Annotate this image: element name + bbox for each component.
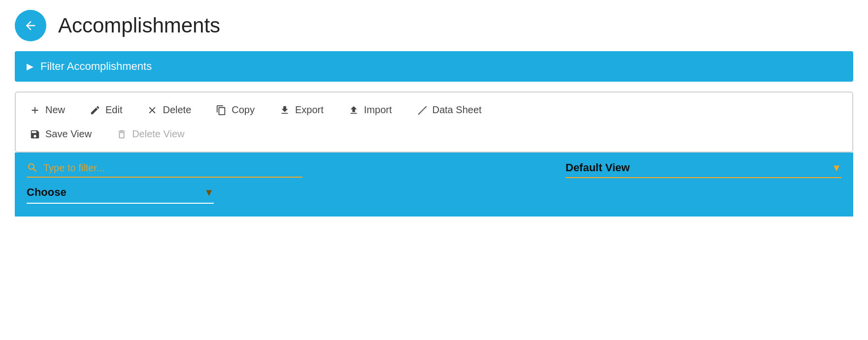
delete-view-button[interactable]: Delete View: [116, 126, 189, 142]
page-header: Accomplishments: [0, 0, 868, 51]
choose-label: Choose: [27, 186, 67, 199]
view-select-arrow-icon: ▼: [832, 162, 841, 174]
new-button-label: New: [45, 104, 65, 116]
back-arrow-icon: [24, 19, 37, 32]
delete-button-label: Delete: [163, 104, 191, 116]
download-icon: [279, 105, 290, 116]
upload-icon: [348, 105, 359, 116]
edit-button[interactable]: Edit: [90, 102, 127, 118]
bottom-bar: Default View ▼ Choose ▼: [15, 153, 853, 216]
save-view-button-label: Save View: [45, 128, 92, 140]
toolbar-row-1: New Edit Delete Copy Export: [30, 102, 838, 118]
times-icon: [147, 105, 158, 116]
bottom-bar-row2: Choose ▼: [27, 186, 841, 204]
filter-expand-icon: ▶: [27, 61, 33, 72]
delete-view-button-label: Delete View: [132, 128, 184, 140]
view-select[interactable]: Default View ▼: [566, 161, 841, 178]
datasheet-button[interactable]: Data Sheet: [417, 102, 487, 118]
bottom-bar-row1: Default View ▼: [27, 161, 841, 178]
copy-button-label: Copy: [232, 104, 255, 116]
ruler-icon: [417, 105, 428, 116]
floppy-icon: [30, 129, 40, 140]
copy-button[interactable]: Copy: [216, 102, 260, 118]
save-view-button[interactable]: Save View: [30, 126, 97, 142]
toolbar: New Edit Delete Copy Export: [15, 92, 853, 153]
choose-arrow-icon: ▼: [204, 187, 214, 198]
page-title: Accomplishments: [58, 14, 220, 37]
trash-icon: [116, 129, 127, 140]
copy-icon: [216, 105, 227, 116]
export-button-label: Export: [295, 104, 324, 116]
toolbar-row-2: Save View Delete View: [30, 126, 838, 142]
view-select-label: Default View: [566, 161, 630, 174]
pencil-icon: [90, 105, 100, 116]
filter-bar-label: Filter Accomplishments: [40, 60, 152, 73]
delete-button[interactable]: Delete: [147, 102, 196, 118]
export-button[interactable]: Export: [279, 102, 329, 118]
datasheet-button-label: Data Sheet: [433, 104, 482, 116]
import-button-label: Import: [364, 104, 392, 116]
search-input[interactable]: [43, 162, 302, 174]
back-button[interactable]: [15, 10, 46, 41]
new-button[interactable]: New: [30, 102, 70, 118]
search-wrapper: [27, 162, 302, 178]
import-button[interactable]: Import: [348, 102, 397, 118]
filter-bar[interactable]: ▶ Filter Accomplishments: [15, 51, 853, 82]
edit-button-label: Edit: [105, 104, 122, 116]
search-icon: [27, 162, 38, 174]
plus-icon: [30, 105, 40, 116]
choose-select[interactable]: Choose ▼: [27, 186, 214, 204]
